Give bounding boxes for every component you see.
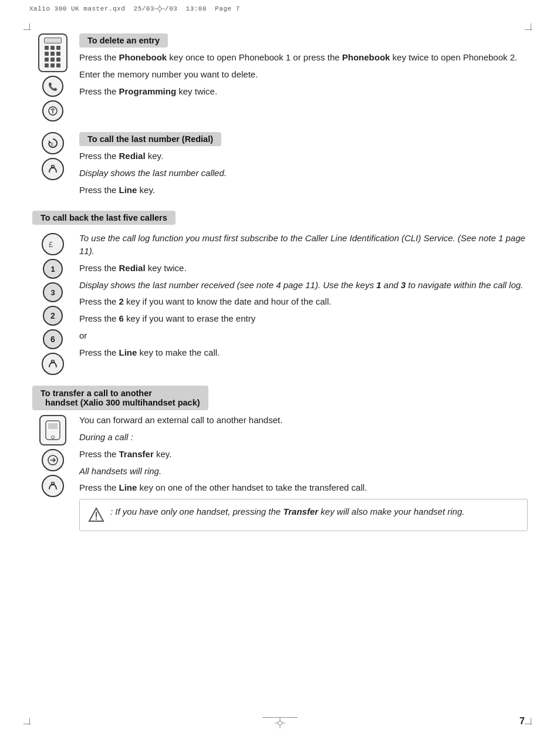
warning-text: : If you have only one handset, pressing…: [110, 505, 464, 518]
header-transfer: To transfer a call to another handset (X…: [32, 386, 208, 410]
para-delete-1: Press the Phonebook key once to open Pho…: [79, 51, 528, 64]
header-redial: To call the last number (Redial): [79, 132, 221, 146]
section-delete-entry: 📞 To delete an entry: [32, 32, 528, 125]
text-col-delete: To delete an entry Press the Phonebook k…: [73, 32, 528, 102]
programming-key-icon: [42, 100, 63, 121]
line-key-icon-redial: [42, 158, 64, 180]
para-transfer-3: Press the Transfer key.: [79, 448, 528, 461]
section-redial: £ To call the last number (Red: [32, 131, 528, 204]
key-6-label: 6: [50, 335, 55, 344]
text-col-redial: To call the last number (Redial) Press t…: [73, 131, 528, 200]
redial-key-icon: £: [42, 132, 64, 154]
para-transfer-5: Press the Line key on one of the other h…: [79, 481, 528, 494]
icon-col-delete: 📞: [32, 32, 73, 121]
para-five-1: To use the call log function you must fi…: [79, 232, 528, 258]
section-redial-row: £ To call the last number (Red: [32, 131, 528, 200]
para-five-4: Press the 2 key if you want to know the …: [79, 295, 528, 308]
svg-text:📞: 📞: [48, 82, 58, 92]
last-five-icons: £ 1 3 2: [42, 233, 64, 375]
section-transfer-row: You can forward an external call to anot…: [32, 414, 528, 531]
header-delete-entry: To delete an entry: [79, 33, 168, 48]
warning-triangle-icon: [88, 505, 104, 525]
icon-col-last-five: £ 1 3 2: [32, 232, 73, 375]
para-redial-1: Press the Redial key.: [79, 150, 528, 163]
icon-col-transfer: [32, 414, 73, 497]
para-redial-3: Press the Line key.: [79, 184, 528, 197]
svg-text:£: £: [51, 141, 54, 147]
svg-point-15: [96, 518, 97, 519]
para-transfer-4: All handsets will ring.: [79, 465, 528, 478]
svg-text:£: £: [49, 240, 53, 249]
delete-icons: 📞: [38, 33, 68, 121]
section-last-five: To call back the last five callers £ 1: [32, 210, 528, 379]
para-five-7: Press the Line key to make the call.: [79, 346, 528, 359]
header-text-right: /03 13:08 Page 7: [165, 5, 240, 12]
para-transfer-2: During a call :: [79, 431, 528, 444]
header-last-five: To call back the last five callers: [32, 211, 176, 225]
key-1-label: 1: [50, 265, 55, 273]
content-area: 📞 To delete an entry: [32, 32, 528, 541]
bottom-crosshair: [275, 718, 285, 728]
section-last-five-row: £ 1 3 2: [32, 232, 528, 375]
section-transfer: To transfer a call to another handset (X…: [32, 384, 528, 535]
para-five-5: Press the 6 key if you want to erase the…: [79, 312, 528, 325]
redial-icons: £: [42, 132, 64, 180]
para-five-3: Display shows the last number received (…: [79, 279, 528, 292]
transfer-icons: [39, 415, 66, 497]
svg-point-10: [52, 436, 55, 439]
icon-col-redial: £: [32, 131, 73, 180]
phone-outline-icon: [39, 415, 66, 445]
page-header: Xalio 300 UK master.qxd 25/03 /03 13:08 …: [29, 5, 531, 13]
para-redial-2: Display shows the last number called.: [79, 167, 528, 180]
text-col-transfer: You can forward an external call to anot…: [73, 414, 528, 531]
para-transfer-1: You can forward an external call to anot…: [79, 414, 528, 427]
key-3-label: 3: [50, 288, 55, 297]
line-key-icon-transfer: [42, 475, 64, 497]
line-key-icon-callers: [42, 353, 64, 375]
header-text-left: Xalio 300 UK master.qxd 25/03: [29, 5, 154, 12]
text-col-last-five: To use the call log function you must fi…: [73, 232, 528, 363]
svg-rect-9: [48, 423, 58, 429]
section-delete-row: 📞 To delete an entry: [32, 32, 528, 121]
para-five-2: Press the Redial key twice.: [79, 262, 528, 275]
phone-device-icon: [38, 33, 68, 72]
redial-key-icon-2: £: [42, 233, 64, 255]
page-number: 7: [519, 716, 525, 727]
key-3-icon: 3: [43, 282, 63, 302]
key-2-label: 2: [50, 311, 55, 320]
para-five-6: or: [79, 329, 528, 342]
para-delete-2: Enter the memory number you want to dele…: [79, 68, 528, 81]
warning-box: : If you have only one handset, pressing…: [79, 499, 528, 531]
para-delete-3: Press the Programming key twice.: [79, 85, 528, 98]
main-content: 📞 To delete an entry: [32, 32, 528, 721]
phonebook-key-icon: 📞: [42, 76, 63, 97]
key-1-icon: 1: [43, 259, 63, 279]
transfer-key-icon: [42, 449, 64, 471]
key-6-icon: 6: [43, 329, 63, 349]
key-2-icon: 2: [43, 306, 63, 326]
